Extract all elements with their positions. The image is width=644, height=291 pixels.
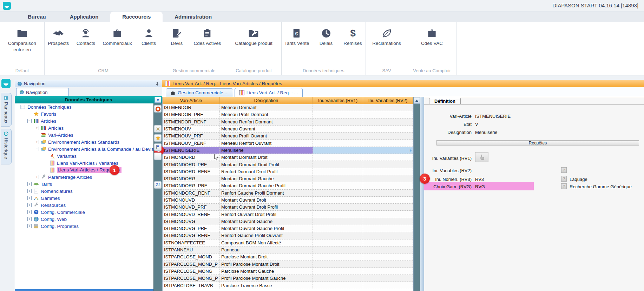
ribbon-button-reclamations[interactable]: Reclamations [369,28,404,47]
collapse-icon[interactable]: − [27,119,32,123]
tab-definition[interactable]: Définition [429,98,461,104]
ribbon-button-comparaison-entre-en[interactable]: Comparaison entre en [0,28,44,53]
table-row-istmenuiserie[interactable]: ISTMENUISERIEMenuiserie [163,147,413,154]
tree-item-liens-vari-articles-requ-tes[interactable]: Liens Vari-Articles / Requêtes [15,167,153,174]
table-row-istparclose_mong_p[interactable]: ISTPARCLOSE_MONG_PProfil Parclose Montan… [163,275,413,282]
table-row-istmendor_renf[interactable]: ISTMENDOR_RENFMeneau Renfort Dormant [163,119,413,126]
tree-item-config-web[interactable]: +Config. Web [15,216,153,223]
table-row-istmondorg_renf[interactable]: ISTMONDORG_RENFRenfort Gauche Profil Dor… [163,190,413,197]
expand-icon[interactable]: + [35,175,39,179]
tree-item-ressources[interactable]: +Ressources [15,202,153,209]
tree-item-config-propri-t-s[interactable]: +Config. Propriétés [15,223,153,230]
tree-item-articles[interactable]: −Articles [15,117,153,124]
table-row-istparclose_mond[interactable]: ISTPARCLOSE_MONDParclose Montant Droit [163,253,413,260]
rail-logo-icon[interactable] [1,79,11,88]
expand-icon[interactable]: + [27,203,32,207]
menu-tab-bureau[interactable]: Bureau [16,12,58,22]
help-question-button[interactable]: ? [561,176,567,182]
tree-item-environnement-articles-standards[interactable]: +Environnement Articles Standards [15,138,153,146]
table-row-istmondord_renf[interactable]: ISTMONDORD_RENFRenfort Dormant Droit Pro… [163,168,413,175]
tree-item-articles[interactable]: +Articles [15,124,153,131]
tree-item-favoris[interactable]: Favoris [15,110,153,117]
table-row-istmondord_prf[interactable]: ISTMONDORD_PRFMontant Dormant Droit Prof… [163,161,413,168]
tree-item-environnement-articles-la-commande-au-devis[interactable]: −Environnement Articles à la Commande / … [15,146,153,153]
table-row-istmonouvd_renf[interactable]: ISTMONOUVD_RENFRenfort Ouvrant Droit Pro… [163,211,413,218]
table-row-istmenouv_renf[interactable]: ISTMENOUV_RENFMeneau Renfort Ouvrant [163,140,413,147]
tree-item-nomenclatures[interactable]: +Nomenclatures [15,188,153,195]
grid-column-header-vari-article[interactable]: Vari-Article [163,97,220,104]
table-row-istparclose_travb[interactable]: ISTPARCLOSE_TRAVBParclose Traverse Basse [163,282,413,289]
document-tab-gestion-commerciale-[interactable]: Gestion Commerciale ... [166,88,233,97]
tree-item-gammes[interactable]: +Gammes [15,195,153,202]
table-row-istmondord[interactable]: ISTMONDORDMontant Dormant Droit [163,154,413,161]
tree-item-variantes[interactable]: AVariantes [15,153,153,160]
pin-icon[interactable] [155,81,160,86]
expand-icon[interactable]: + [27,210,32,214]
table-row-istparclose_mong[interactable]: ISTPARCLOSE_MONGParclose Montant Gauche [163,268,413,275]
ribbon-button-cdes-vac[interactable]: Cdes VAC [418,28,446,47]
table-row-istmonouvd_prf[interactable]: ISTMONOUVD_PRFMontant Ouvrant Droit Prof… [163,204,413,211]
grid-column-header-ini-variantes-rv1-[interactable]: Ini. Variantes (RV1) [313,97,363,104]
ribbon-button-devis[interactable]: Devis [164,28,189,47]
help-question-button[interactable]: ? [561,183,567,189]
gear-button[interactable] [154,125,162,133]
table-row-istmonouvg_prf[interactable]: ISTMONOUVG_PRFMontant Ouvrant Gauche Pro… [163,225,413,232]
menu-tab-raccourcis[interactable]: Raccourcis [110,12,163,22]
table-row-istmondorg_prf[interactable]: ISTMONDORG_PRFMontant Dormant Gauche Pro… [163,182,413,189]
table-row-istmenouv_prf[interactable]: ISTMENOUV_PRFMeneau Profil Ouvrant [163,133,413,140]
expand-icon[interactable]: + [27,217,32,221]
ribbon-button-clients[interactable]: Clients [136,28,162,47]
tree-item-liens-vari-articles-variantes[interactable]: Liens Vari-Articles / Variantes [15,160,153,167]
panel-splitter[interactable] [420,97,424,291]
vertical-scrollbar[interactable] [413,97,420,291]
expand-icon[interactable]: + [27,224,32,228]
flag-button[interactable] [154,143,162,151]
expand-icon[interactable]: + [27,196,32,200]
expand-icon[interactable]: + [27,182,32,186]
expand-icon[interactable]: + [27,189,32,193]
tree-item-donn-es-techniques[interactable]: Données Techniques [15,103,153,110]
tab-navigation[interactable]: Navigation [16,88,69,96]
tree-item-vari-articles[interactable]: Vari-Articles [15,131,153,138]
favorite-button[interactable] [154,134,162,142]
expand-icon[interactable]: + [35,140,39,144]
table-row-istmendor[interactable]: ISTMENDORMeneau Dormant [163,104,413,111]
grid-column-header-ini-variables-rv2-[interactable]: Ini. Variables (RV2) [363,97,413,104]
expand-icon[interactable]: + [35,126,39,130]
table-row-istmendor_prf[interactable]: ISTMENDOR_PRFMeneau Profil Dormant [163,111,413,118]
ribbon-button-tarifs-vente[interactable]: €Tarifs Vente [282,28,312,47]
help-question-button[interactable]: ? [561,167,567,173]
ribbon-button-d-lais[interactable]: Délais [314,28,339,47]
menu-tab-application[interactable]: Application [58,12,111,22]
table-row-istnonaffectee[interactable]: ISTNONAFFECTEEComposant BOM Non Affecté [163,239,413,246]
ribbon-button-commerciaux[interactable]: Commerciaux [100,28,134,47]
table-row-istmonouvg[interactable]: ISTMONOUVGMontant Ouvrant Gauche [163,218,413,225]
scroll-up-button[interactable] [414,97,420,104]
table-row-istparclose_mond_p[interactable]: ISTPARCLOSE_MOND_PProfil Parclose Montan… [163,261,413,268]
ribbon-button-prospects[interactable]: Prospects [45,28,72,47]
rail-tab-panneaux[interactable]: Panneaux [1,93,12,127]
scrollbar-thumb[interactable] [414,104,420,291]
table-row-istmonouvd[interactable]: ISTMONOUVDMontant Ouvrant Droit [163,197,413,204]
ribbon-button-cdes-actives[interactable]: Cdes Actives [191,28,224,47]
table-row-istmondorg[interactable]: ISTMONDORGMontant Dormant Gauche [163,175,413,182]
ribbon-button-catalogue-produit[interactable]: Catalogue produit [232,28,275,47]
extra-button[interactable] [154,153,162,160]
menu-tab-administration[interactable]: Administration [163,12,224,22]
document-tab-liens-vari-art-req-[interactable]: Liens Vari-Art. / Req. : ... [235,88,303,97]
z1-button[interactable]: Z1 [154,181,162,189]
tree-item-tarifs[interactable]: +Tarifs [15,181,153,188]
expand-chevrons-button[interactable]: » [155,97,161,103]
table-row-istpanneau[interactable]: ISTPANNEAUPanneau [163,246,413,253]
hand-pointer-button[interactable] [475,152,488,162]
ribbon-button-contacts[interactable]: Contacts [73,28,98,47]
table-row-istmenouv[interactable]: ISTMENOUVMeneau Ouvrant [163,126,413,133]
tree-item-param-trage-articles[interactable]: +Paramétrage Articles [15,174,153,181]
table-row-istmonouvg_renf[interactable]: ISTMONOUVG_RENFRenfort Gauche Profil Ouv… [163,232,413,239]
collapse-icon[interactable]: − [35,147,39,151]
rail-tab-historique[interactable]: Historique [1,129,12,164]
close-red-button[interactable] [154,105,162,113]
tree-item-config-commerciale[interactable]: +?Config. Commerciale [15,209,153,216]
grid-column-header-d-signation[interactable]: Désignation [220,97,313,104]
ribbon-button-remises[interactable]: $Remises [340,28,366,47]
